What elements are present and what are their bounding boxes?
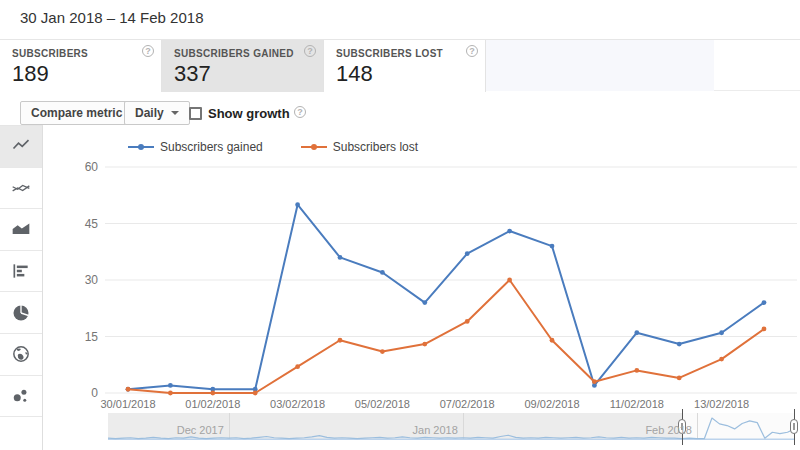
- sidebar-item-bar-chart[interactable]: [0, 251, 42, 293]
- svg-text:30: 30: [85, 273, 99, 287]
- tab-label: SUBSCRIBERS GAINED: [174, 48, 294, 59]
- multi-line-chart-icon: [11, 178, 31, 198]
- date-range-label: 30 Jan 2018 – 14 Feb 2018: [20, 9, 204, 26]
- tab-label: SUBSCRIBERS LOST: [336, 48, 443, 59]
- sidebar-item-map-globe[interactable]: [0, 334, 42, 376]
- help-icon[interactable]: ?: [304, 45, 316, 57]
- help-icon[interactable]: ?: [466, 45, 478, 57]
- bar-chart-icon: [11, 261, 31, 281]
- area-chart-icon: [11, 219, 31, 239]
- svg-text:11/02/2018: 11/02/2018: [610, 398, 664, 410]
- sidebar-item-area-chart[interactable]: [0, 209, 42, 251]
- tab-subscribers-gained[interactable]: SUBSCRIBERS GAINED ? 337: [162, 40, 324, 92]
- bubble-chart-icon: [11, 386, 31, 406]
- analytics-page: 30 Jan 2018 – 14 Feb 2018 SUBSCRIBERS ? …: [0, 0, 800, 450]
- show-growth-checkbox[interactable]: [189, 107, 202, 120]
- sidebar-item-multi-line-chart[interactable]: [0, 168, 42, 210]
- svg-text:07/02/2018: 07/02/2018: [440, 398, 495, 410]
- svg-text:15: 15: [85, 330, 99, 344]
- help-icon[interactable]: ?: [294, 106, 306, 118]
- svg-text:45: 45: [85, 217, 99, 231]
- tab-value: 189: [12, 61, 49, 87]
- line-chart-icon: [11, 136, 31, 156]
- sidebar-item-pie-chart[interactable]: [0, 292, 42, 334]
- tab-subscribers[interactable]: SUBSCRIBERS ? 189: [0, 40, 162, 92]
- pie-chart-icon: [11, 303, 31, 323]
- svg-text:01/02/2018: 01/02/2018: [185, 398, 240, 410]
- svg-text:30/01/2018: 30/01/2018: [100, 398, 155, 410]
- svg-text:60: 60: [85, 160, 99, 174]
- scrubber-right-handle[interactable]: [794, 409, 795, 445]
- chart-area: Subscribers gained Subscribers lost 0153…: [43, 125, 800, 450]
- month-label: Feb 2018: [645, 424, 691, 436]
- chevron-down-icon: [171, 111, 179, 115]
- controls-row: Compare metric Daily Show growth ?: [0, 92, 800, 125]
- tab-label: SUBSCRIBERS: [12, 48, 88, 59]
- svg-text:09/02/2018: 09/02/2018: [524, 398, 579, 410]
- interval-label: Daily: [135, 106, 164, 120]
- line-chart-plot: 01530456030/01/201801/02/201803/02/20180…: [43, 125, 800, 415]
- svg-text:13/02/2018: 13/02/2018: [694, 398, 749, 410]
- svg-text:0: 0: [91, 386, 98, 400]
- help-icon[interactable]: ?: [142, 45, 154, 57]
- tab-value: 337: [174, 61, 211, 87]
- interval-dropdown-button[interactable]: Daily: [124, 101, 190, 125]
- month-label: Dec 2017: [177, 424, 224, 436]
- month-label: Jan 2018: [413, 424, 458, 436]
- sidebar-item-line-chart[interactable]: [0, 126, 42, 168]
- svg-text:05/02/2018: 05/02/2018: [355, 398, 410, 410]
- map-globe-icon: [11, 344, 31, 364]
- show-growth-label: Show growth: [208, 106, 290, 121]
- tab-subscribers-lost[interactable]: SUBSCRIBERS LOST ? 148: [324, 40, 486, 92]
- compare-metric-label: Compare metric: [31, 106, 122, 120]
- svg-text:03/02/2018: 03/02/2018: [270, 398, 325, 410]
- chart-type-sidebar: [0, 125, 43, 450]
- sidebar-item-bubble-chart[interactable]: [0, 376, 42, 418]
- empty-metric-panel: [486, 40, 714, 91]
- tab-value: 148: [336, 61, 373, 87]
- metric-tabs-row: SUBSCRIBERS ? 189 SUBSCRIBERS GAINED ? 3…: [0, 39, 800, 91]
- timeline-scrubber[interactable]: Dec 2017Jan 2018Feb 2018: [108, 413, 795, 440]
